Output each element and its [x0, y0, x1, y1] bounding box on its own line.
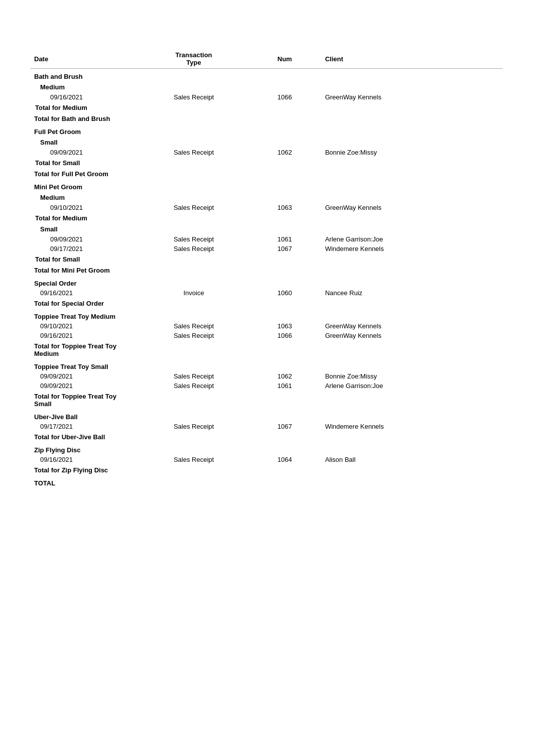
table-row: Toppiee Treat Toy Small — [30, 359, 503, 371]
table-row: Zip Flying Disc — [30, 442, 503, 455]
table-row: Total for Small — [30, 157, 503, 168]
table-row: 09/16/2021Sales Receipt1066GreenWay Kenn… — [30, 331, 503, 340]
table-row: Special Order — [30, 276, 503, 288]
table-row: Uber-Jive Ball — [30, 409, 503, 422]
report-header — [30, 20, 503, 34]
table-row: Total for Toppiee Treat Toy Medium — [30, 340, 503, 359]
table-row: Small — [30, 223, 503, 234]
col-header-client: Client — [321, 49, 503, 69]
col-header-type: TransactionType — [139, 49, 248, 69]
table-row: 09/16/2021Sales Receipt1064Alison Ball — [30, 455, 503, 464]
table-row: Bath and Brush — [30, 69, 503, 82]
table-row: Total for Medium — [30, 102, 503, 113]
table-row: Medium — [30, 81, 503, 92]
table-row: TOTAL — [30, 475, 503, 488]
table-row: 09/16/2021Invoice1060Nancee Ruiz — [30, 288, 503, 298]
table-row: Small — [30, 137, 503, 148]
table-row: Total for Small — [30, 254, 503, 265]
table-row: Total for Zip Flying Disc — [30, 464, 503, 475]
table-row: 09/10/2021Sales Receipt1063GreenWay Kenn… — [30, 203, 503, 212]
table-row: 09/09/2021Sales Receipt1062Bonnie Zoe:Mi… — [30, 371, 503, 381]
table-row: 09/10/2021Sales Receipt1063GreenWay Kenn… — [30, 321, 503, 331]
table-row: Total for Bath and Brush — [30, 113, 503, 124]
table-row: 09/17/2021Sales Receipt1067Windemere Ken… — [30, 244, 503, 254]
table-row: 09/09/2021Sales Receipt1061Arlene Garris… — [30, 234, 503, 244]
table-row: 09/17/2021Sales Receipt1067Windemere Ken… — [30, 422, 503, 431]
table-row: 09/16/2021Sales Receipt1066GreenWay Kenn… — [30, 92, 503, 102]
table-row: 09/09/2021Sales Receipt1062Bonnie Zoe:Mi… — [30, 148, 503, 157]
table-row: Medium — [30, 192, 503, 203]
table-row: Total for Toppiee Treat Toy Small — [30, 391, 503, 409]
table-row: Total for Medium — [30, 212, 503, 223]
table-row: Toppiee Treat Toy Medium — [30, 309, 503, 321]
col-header-num: Num — [248, 49, 321, 69]
table-row: Total for Uber-Jive Ball — [30, 431, 503, 442]
table-row: Total for Full Pet Groom — [30, 168, 503, 179]
table-row: Full Pet Groom — [30, 124, 503, 137]
table-row: Total for Special Order — [30, 298, 503, 309]
report-title — [30, 20, 503, 34]
table-row: Total for Mini Pet Groom — [30, 265, 503, 276]
table-row: Mini Pet Groom — [30, 179, 503, 192]
table-row: 09/09/2021Sales Receipt1061Arlene Garris… — [30, 381, 503, 391]
sales-table: Date TransactionType Num Client Bath and… — [30, 49, 503, 488]
col-header-date: Date — [30, 49, 139, 69]
